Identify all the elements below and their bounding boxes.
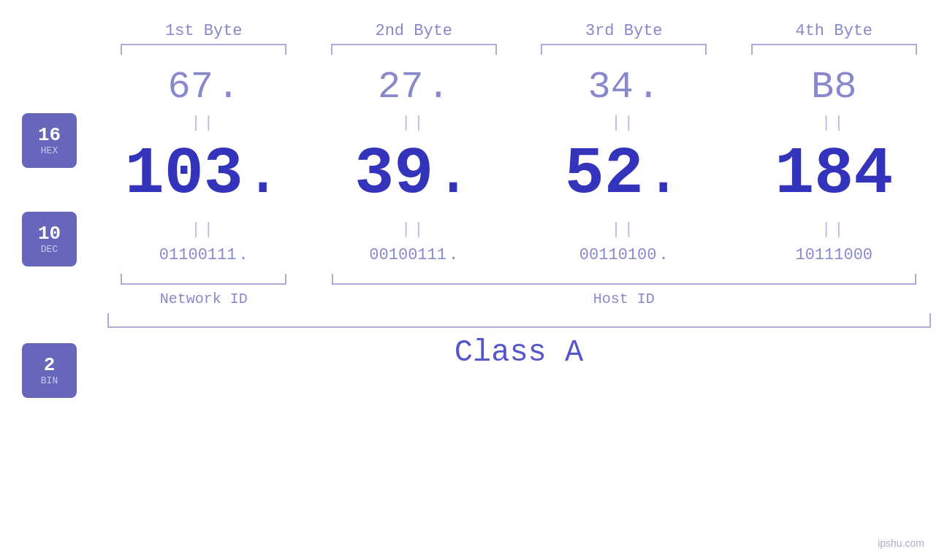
byte3-header: 3rd Byte [519,15,729,40]
top-bracket-1 [99,44,309,55]
dec-val-1: 103 . [99,137,309,212]
hex-val-3: 34 . [519,66,729,109]
bin-value-3: 00110100 [579,246,657,264]
eq2-3: || [519,220,729,239]
eq-1: || [99,114,309,132]
dec-dot-2: . [433,137,473,212]
hex-dot-2: . [427,66,449,109]
dec-value-1: 103 [125,137,243,212]
main-container: 16 HEX 10 DEC 2 BIN 1st Byte 2n [0,0,939,560]
top-bracket-line-1 [121,44,286,55]
dec-value-4: 184 [775,137,893,212]
top-bracket-line-4 [751,44,917,55]
byte1-header: 1st Byte [99,15,309,40]
dec-base-num: 10 [38,223,61,245]
dec-value-2: 39 [354,137,433,212]
top-bracket-4 [729,44,940,55]
top-bracket-2 [309,44,520,55]
network-id-label: Network ID [99,291,309,307]
top-bracket-line-2 [331,44,497,55]
hex-base-label: HEX [41,145,58,156]
top-bracket-3 [519,44,729,55]
hex-dot-3: . [637,66,660,109]
hex-value-4: B8 [811,66,856,109]
dec-val-3: 52 . [519,137,729,212]
eq2-2: || [309,220,520,239]
bottom-bracket-line-234 [332,274,916,285]
bottom-bracket-1 [99,274,309,285]
class-bracket-container [99,313,939,328]
bin-base-num: 2 [44,355,56,376]
class-label: Class A [99,335,939,370]
bin-val-2: 00100111 . [309,246,520,264]
bin-dot-3: . [658,246,668,264]
class-bottom-bracket [107,313,931,328]
hex-dot-1: . [217,66,240,109]
hex-base-num: 16 [38,125,61,146]
bin-badge: 2 BIN [22,343,77,398]
dec-values-row: 103 . 39 . 52 . 184 [99,137,939,212]
bin-value-1: 01100111 [159,246,237,264]
bin-value-2: 00100111 [369,246,446,264]
hex-value-2: 27 [378,66,423,109]
hex-val-1: 67 . [99,66,309,109]
left-column: 16 HEX 10 DEC 2 BIN [0,15,99,398]
top-bracket-line-3 [541,44,707,55]
watermark: ipshu.com [878,537,924,549]
eq-3: || [519,114,729,132]
right-column: 1st Byte 2nd Byte 3rd Byte 4th Byte [99,15,939,398]
top-brackets [99,44,939,55]
dec-value-3: 52 [565,137,644,212]
bin-base-label: BIN [41,375,58,386]
byte2-header: 2nd Byte [309,15,520,40]
bin-dot-1: . [238,246,248,264]
bin-values-row: 01100111 . 00100111 . 00110100 . 1011100… [99,246,939,264]
hex-values-row: 67 . 27 . 34 . B8 [99,66,939,109]
dec-val-4: 184 [729,137,940,212]
dec-val-2: 39 . [309,137,520,212]
bin-value-4: 10111000 [795,246,873,264]
dec-badge: 10 DEC [22,212,77,266]
bin-val-4: 10111000 [729,246,940,264]
dec-base-label: DEC [41,244,58,255]
eq-2: || [309,114,520,132]
bin-val-1: 01100111 . [99,246,309,264]
bin-dot-2: . [449,246,458,264]
eq-4: || [729,114,940,132]
dec-dot-1: . [243,137,283,212]
hex-value-3: 34 [588,66,633,109]
hex-badge: 16 HEX [22,113,77,168]
hex-value-1: 67 [167,66,213,109]
hex-val-2: 27 . [309,66,520,109]
eq2-4: || [729,220,940,239]
equals-row-2: || || || || [99,219,939,240]
host-id-label: Host ID [309,291,940,307]
id-labels-row: Network ID Host ID [99,291,939,307]
byte-header-row: 1st Byte 2nd Byte 3rd Byte 4th Byte [99,15,939,40]
outer-wrapper: 16 HEX 10 DEC 2 BIN 1st Byte 2n [0,15,939,398]
eq2-1: || [99,220,309,239]
hex-val-4: B8 [729,66,940,109]
bin-val-3: 00110100 . [519,246,729,264]
equals-row-1: || || || || [99,112,939,134]
bottom-bracket-line-1 [121,274,286,285]
bottom-bracket-234 [309,274,940,285]
dec-dot-3: . [644,137,683,212]
bottom-brackets [99,274,939,285]
byte4-header: 4th Byte [729,15,940,40]
